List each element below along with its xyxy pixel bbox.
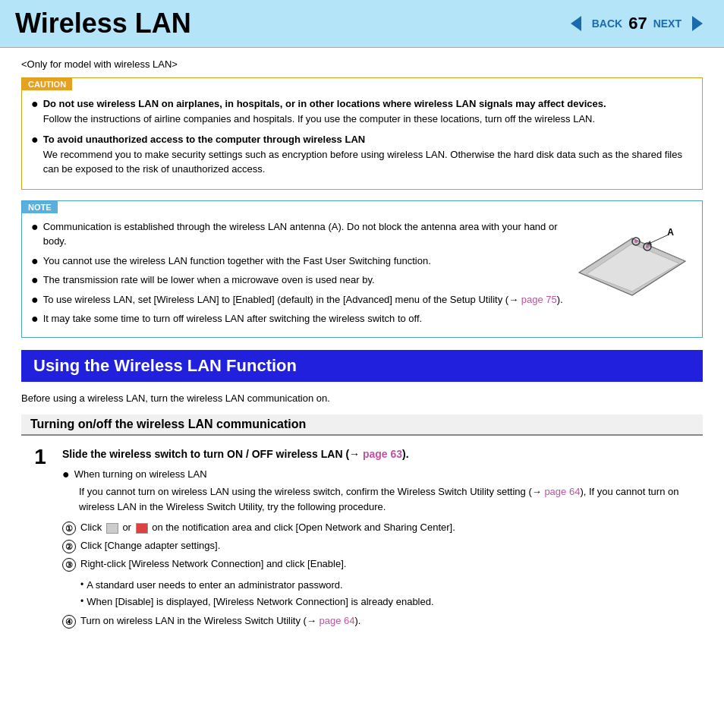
note-bullet-1: ●	[31, 219, 39, 249]
svg-marker-5	[587, 244, 679, 292]
note-content: ● Communication is established through t…	[22, 213, 702, 337]
step-1-title-pre: Slide the wireless switch to turn ON / O…	[62, 448, 363, 460]
laptop-diagram-col: A	[571, 219, 693, 331]
note-link-page75[interactable]: page 75	[521, 294, 557, 305]
sub-bullet-text-1: A standard user needs to enter an admini…	[87, 578, 342, 593]
caution-item-1: ● Do not use wireless LAN on airplanes, …	[31, 96, 693, 126]
svg-marker-1	[692, 16, 703, 31]
svg-marker-0	[571, 16, 581, 31]
numbered-step-2: ② Click [Change adapter settings].	[62, 538, 703, 553]
step-1-link-page64-2[interactable]: page 64	[320, 615, 355, 626]
numbered-step-3: ③ Right-click [Wireless Network Connecti…	[62, 556, 703, 610]
nav-controls: BACK 67 NEXT	[565, 13, 709, 34]
sub-bullet-dot-2: •	[80, 594, 83, 610]
diagram-label-a: A	[667, 227, 674, 238]
section-intro: Before using a wireless LAN, turn the wi…	[21, 392, 703, 404]
svg-point-9	[646, 245, 649, 248]
laptop-svg	[571, 227, 689, 310]
step-1-bullet: ●	[62, 467, 70, 482]
page-number: 67	[628, 14, 647, 33]
note-text-4: To use wireless LAN, set [Wireless LAN] …	[43, 292, 563, 307]
note-text-3: The transmission rate will be lower when…	[43, 273, 375, 288]
back-label[interactable]: BACK	[592, 17, 622, 30]
note-bullet-5: ●	[31, 311, 39, 326]
sub-bullet-text-2: When [Disable] is displayed, [Wireless N…	[87, 594, 433, 610]
caution-item-2: ● To avoid unauthorized access to the co…	[31, 132, 693, 177]
bullet-2: ●	[31, 132, 39, 177]
note-text-column: ● Communication is established through t…	[31, 219, 564, 331]
step-circle-4: ④	[62, 615, 76, 629]
caution-bold-1: Do not use wireless LAN on airplanes, in…	[43, 96, 606, 112]
step-circle-3: ③	[62, 558, 76, 572]
note-text-5: It may take some time to turn off wirele…	[43, 311, 423, 326]
note-text-1: Communication is established through the…	[43, 219, 564, 249]
caution-text-2: To avoid unauthorized access to the comp…	[43, 132, 693, 177]
page-content: <Only for model with wireless LAN> CAUTI…	[0, 48, 724, 647]
page-header: Wireless LAN BACK 67 NEXT	[0, 0, 724, 48]
sub-bullet-2: • When [Disable] is displayed, [Wireless…	[80, 594, 703, 610]
step-circle-1: ①	[62, 522, 76, 535]
page-title: Wireless LAN	[15, 8, 191, 39]
next-arrow[interactable]	[688, 13, 709, 34]
bullet-1: ●	[31, 96, 39, 126]
step-1-sub-label: When turning on wireless LAN	[74, 467, 207, 482]
note-bullet-3: ●	[31, 273, 39, 288]
numbered-step-3-row: ③ Right-click [Wireless Network Connecti…	[62, 556, 703, 572]
numbered-steps: ① Click or on the notification area and …	[62, 520, 703, 629]
step-1-sub-label-row: ● When turning on wireless LAN	[62, 467, 703, 482]
numbered-step-4: ④ Turn on wireless LAN in the Wireless S…	[62, 613, 703, 629]
section-header: Using the Wireless LAN Function	[21, 350, 703, 382]
step-circle-2: ②	[62, 540, 76, 553]
step-1-title: Slide the wireless switch to turn ON / O…	[62, 446, 703, 462]
numbered-step-1-text: Click or on the notification area and cl…	[80, 520, 455, 535]
caution-bold-2: To avoid unauthorized access to the comp…	[43, 132, 693, 147]
caution-text-1: Do not use wireless LAN on airplanes, in…	[43, 96, 606, 126]
step-1-sub-text-pre: If you cannot turn on wireless LAN using…	[79, 486, 544, 497]
next-label[interactable]: NEXT	[653, 17, 682, 30]
network-icon-1	[106, 523, 118, 534]
numbered-step-2-text: Click [Change adapter settings].	[80, 538, 220, 553]
step-1-title-post: ).	[402, 448, 409, 460]
sub-bullet-dot-1: •	[80, 578, 83, 593]
laptop-diagram: A	[571, 227, 689, 310]
numbered-step-3-text: Right-click [Wireless Network Connection…	[80, 556, 346, 572]
network-icon-2	[136, 523, 148, 534]
caution-label: CAUTION	[22, 78, 72, 90]
svg-point-7	[634, 240, 637, 243]
svg-line-10	[649, 235, 669, 244]
numbered-step-1: ① Click or on the notification area and …	[62, 520, 703, 535]
note-box: NOTE ● Communication is established thro…	[21, 200, 703, 338]
note-text-2: You cannot use the wireless LAN function…	[43, 254, 431, 269]
note-item-2: ● You cannot use the wireless LAN functi…	[31, 254, 564, 269]
back-arrow[interactable]	[565, 13, 586, 34]
note-item-3: ● The transmission rate will be lower wh…	[31, 273, 564, 288]
note-item-1: ● Communication is established through t…	[31, 219, 564, 249]
model-note: <Only for model with wireless LAN>	[21, 58, 703, 70]
note-bullet-2: ●	[31, 254, 39, 269]
step-1-link-page63[interactable]: page 63	[363, 448, 402, 460]
step-1-content: Slide the wireless switch to turn ON / O…	[62, 446, 703, 632]
numbered-step-4-text: Turn on wireless LAN in the Wireless Swi…	[80, 613, 360, 629]
caution-content: ● Do not use wireless LAN on airplanes, …	[22, 90, 702, 189]
sub-bullet-1: • A standard user needs to enter an admi…	[80, 578, 703, 593]
step-1-number: 1	[29, 446, 52, 632]
caution-sub-2: We recommend you to make security settin…	[43, 149, 682, 175]
caution-sub-1: Follow the instructions of airline compa…	[43, 113, 595, 124]
note-bullet-4: ●	[31, 292, 39, 307]
note-item-5: ● It may take some time to turn off wire…	[31, 311, 564, 326]
step-3-sub-bullets: • A standard user needs to enter an admi…	[62, 578, 703, 610]
caution-box: CAUTION ● Do not use wireless LAN on air…	[21, 77, 703, 190]
note-item-4: ● To use wireless LAN, set [Wireless LAN…	[31, 292, 564, 307]
step-1-sub-text: If you cannot turn on wireless LAN using…	[62, 484, 703, 514]
note-label: NOTE	[22, 201, 58, 213]
subsection-heading: Turning on/off the wireless LAN communic…	[21, 414, 703, 436]
step-1-container: 1 Slide the wireless switch to turn ON /…	[21, 446, 703, 632]
step-1-link-page64-1[interactable]: page 64	[544, 486, 580, 497]
